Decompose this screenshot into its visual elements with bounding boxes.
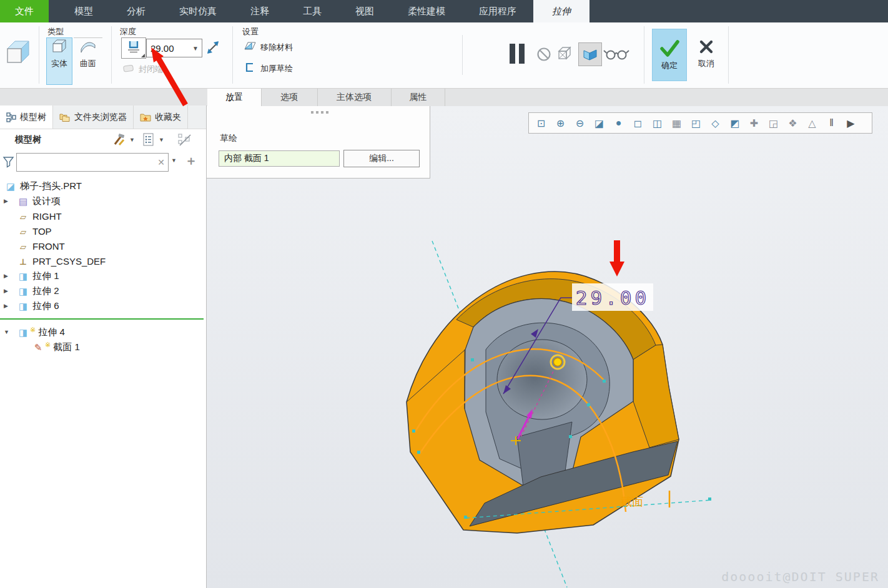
filter-caret-icon[interactable]: ▼ [171, 157, 177, 164]
dimension-value[interactable]: 29.00 [576, 287, 649, 309]
insert-here-indicator[interactable] [0, 318, 204, 320]
graphics-toolbar-button[interactable]: ◪ [590, 114, 609, 132]
menu-tab[interactable]: 柔性建模 [391, 0, 462, 22]
graphics-toolbar-button[interactable]: ✚ [744, 114, 764, 132]
graphics-toolbar-button[interactable]: ‖ [822, 114, 841, 132]
tree-tools-caret-icon[interactable]: ▼ [129, 137, 135, 143]
flip-direction-button[interactable] [204, 37, 222, 57]
extrude-tool-icon[interactable] [5, 37, 35, 67]
show-hide-tree-icon[interactable] [177, 133, 192, 149]
expander-icon[interactable]: ▶ [4, 288, 16, 294]
graphics-toolbar-button[interactable]: ▦ [667, 114, 686, 132]
favorites-folder-icon [140, 112, 151, 122]
tree-item-label[interactable]: 拉伸 2 [32, 285, 59, 297]
remove-material-toggle[interactable]: 移除材料 [244, 40, 293, 54]
tree-item-label[interactable]: TOP [32, 226, 52, 237]
graphics-toolbar-button[interactable]: ◩ [725, 114, 744, 132]
filter-funnel-icon[interactable] [2, 155, 15, 170]
tree-item[interactable]: RIGHT [0, 208, 206, 223]
tree-tools-icon[interactable] [112, 133, 126, 149]
graphics-toolbar-button[interactable]: ❖ [783, 114, 802, 132]
tree-settings-icon[interactable] [142, 133, 155, 149]
depth-dropdown-caret-icon[interactable]: ▼ [189, 45, 202, 52]
remove-material-icon [244, 40, 256, 54]
menu-tab[interactable]: 视图 [338, 0, 391, 22]
add-filter-icon[interactable]: ＋ [185, 152, 197, 169]
menu-tab[interactable]: 工具 [286, 0, 338, 22]
tree-item-label[interactable]: 梯子-挡头.PRT [20, 180, 82, 192]
sketch-reference-field[interactable]: 内部 截面 1 [219, 150, 340, 167]
expander-icon[interactable]: ▶ [4, 273, 16, 279]
edit-sketch-button[interactable]: 编辑... [343, 150, 420, 167]
graphics-toolbar-button[interactable]: ⊡ [531, 114, 551, 132]
tree-item[interactable]: ▼ ※ 拉伸 4 [0, 325, 206, 340]
graphics-toolbar-button[interactable]: ◰ [686, 114, 706, 132]
glasses-verify-icon[interactable] [603, 47, 631, 61]
ok-button[interactable]: 确定 [652, 29, 687, 81]
dashboard-tab[interactable]: 选项 [261, 89, 318, 106]
menu-tab[interactable]: 实时仿真 [162, 0, 234, 22]
graphics-toolbar-button[interactable]: ▶ [841, 114, 861, 132]
tree-item-label[interactable]: RIGHT [32, 211, 62, 222]
solid-type-button[interactable]: 实体 [46, 37, 72, 85]
tree-item[interactable]: PRT_CSYS_DEF [0, 253, 206, 268]
pause-button[interactable] [510, 44, 526, 64]
clear-filter-icon[interactable]: ✕ [154, 157, 168, 167]
depth-value-input[interactable] [147, 40, 189, 56]
tree-item-label[interactable]: 设计项 [32, 195, 61, 207]
graphics-toolbar-button[interactable]: △ [802, 114, 822, 132]
menu-tab[interactable]: 拉伸 [533, 0, 590, 22]
tree-item[interactable]: ▶ 设计项 [0, 194, 206, 208]
graphics-toolbar-button[interactable]: ◻ [628, 114, 648, 132]
tree-node-icon [16, 242, 30, 251]
tree-item-label[interactable]: PRT_CSYS_DEF [32, 256, 106, 267]
tree-item[interactable]: 梯子-挡头.PRT [0, 179, 206, 194]
tree-item-label[interactable]: 拉伸 1 [32, 270, 59, 282]
tab-model-tree[interactable]: 模型树 [0, 105, 53, 129]
graphics-toolbar-button[interactable]: ⊖ [570, 114, 590, 132]
tree-item[interactable]: ▶ 拉伸 6 [0, 298, 206, 313]
tree-item-label[interactable]: FRONT [32, 241, 65, 252]
wireframe-preview-icon[interactable] [556, 45, 573, 62]
tree-item-label[interactable]: 拉伸 4 [38, 326, 65, 338]
tree-item[interactable]: ▶ 拉伸 1 [0, 268, 206, 283]
graphics-viewport[interactable]: 29.00 截面 草绘 内部 截面 1 编辑... ⊡ ⊕ ⊖ ◪ ● ◻ ◫ … [206, 105, 888, 588]
depth-drag-handle[interactable] [554, 358, 562, 366]
tab-favorites[interactable]: 收藏夹 [134, 105, 188, 129]
tree-item-label[interactable]: 拉伸 6 [32, 300, 59, 312]
menu-tab[interactable]: 模型 [57, 0, 110, 22]
menu-tab[interactable]: 分析 [110, 0, 162, 22]
tree-item[interactable]: FRONT [0, 238, 206, 253]
graphics-toolbar-button[interactable]: ◫ [648, 114, 667, 132]
cancel-button[interactable]: 取消 [689, 29, 724, 80]
graphics-toolbar-button[interactable]: ● [609, 114, 628, 132]
graphics-toolbar-button[interactable]: ⊕ [551, 114, 570, 132]
expander-icon[interactable]: ▶ [4, 198, 16, 204]
tree-filter-input[interactable] [17, 154, 154, 170]
panel-drag-handle[interactable] [311, 111, 313, 114]
menu-tab[interactable]: 应用程序 [462, 0, 533, 22]
placement-panel: 草绘 内部 截面 1 编辑... [206, 105, 430, 179]
tab-folder-browser[interactable]: 文件夹浏览器 [53, 105, 134, 129]
graphics-toolbar-button[interactable]: ◲ [764, 114, 783, 132]
tree-item[interactable]: ▶ 拉伸 2 [0, 283, 206, 298]
depth-type-button[interactable] [121, 37, 146, 59]
dashboard-tab[interactable]: 主体选项 [317, 89, 392, 106]
menu-tab[interactable]: 文件 [0, 0, 49, 22]
menu-tab[interactable]: 注释 [234, 0, 286, 22]
tree-node-icon [31, 343, 45, 352]
dashboard-tab[interactable]: 属性 [391, 89, 445, 106]
model-tree-icon [6, 112, 16, 122]
expander-icon[interactable]: ▶ [4, 303, 16, 309]
thicken-sketch-toggle[interactable]: 加厚草绘 [244, 61, 293, 76]
expander-icon[interactable]: ▼ [4, 329, 16, 335]
tree-settings-caret-icon[interactable]: ▼ [159, 137, 164, 143]
tree-item-label[interactable]: 截面 1 [53, 341, 80, 353]
tree-item[interactable]: TOP [0, 223, 206, 238]
dashboard-tab[interactable]: 放置 [207, 89, 262, 106]
tree-item[interactable]: ※ 截面 1 [0, 340, 206, 355]
surface-type-button[interactable]: 曲面 [74, 37, 102, 84]
geometry-preview-button[interactable] [578, 42, 602, 66]
graphics-toolbar-button[interactable]: ◇ [706, 114, 725, 132]
no-preview-icon[interactable] [536, 46, 552, 62]
